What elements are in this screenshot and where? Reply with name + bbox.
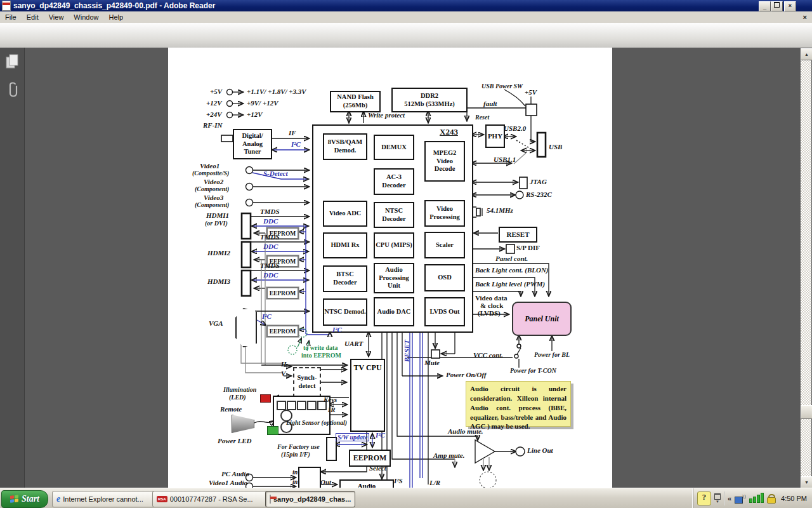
taskbar-clock[interactable]: 4:50 PM xyxy=(781,495,807,502)
audio-note: Audio circuit is under consideration. Xi… xyxy=(466,381,571,427)
label-ddc-1: DDC xyxy=(263,217,278,225)
block-eeprom-hdmi3: EEPROM xyxy=(266,287,299,299)
label-video1-audio: Video1 Audio xyxy=(209,479,247,486)
label-power-in-5v: +5V xyxy=(210,88,222,95)
block-panel-unit: Panel Unit xyxy=(512,302,572,336)
scroll-up-button[interactable]: ▲ xyxy=(801,48,812,60)
label-uart: UART xyxy=(344,340,363,347)
scrollbar-thumb[interactable] xyxy=(801,405,812,419)
menu-edit[interactable]: Edit xyxy=(22,13,44,21)
block-audio-select xyxy=(298,467,321,488)
label-video3-type: (Component) xyxy=(195,201,229,208)
rsa-icon: RSA xyxy=(157,496,167,502)
label-vga: VGA xyxy=(209,319,223,327)
label-pwm: Back Light level (PWM) xyxy=(475,280,545,288)
label-synch-1: Synch- xyxy=(298,374,317,382)
label-usb-5v: +5V xyxy=(525,88,537,96)
windows-flag-icon xyxy=(10,495,19,504)
menubar-close-icon[interactable]: × xyxy=(803,13,807,21)
label-if: IF xyxy=(289,129,296,137)
block-btsc-decoder: BTSC Decoder xyxy=(323,265,367,292)
signal-strength-icon[interactable] xyxy=(749,494,764,503)
label-usb20: USB2.0 xyxy=(504,124,526,132)
label-lvds-1: Video data xyxy=(475,294,508,302)
label-power-in-12v: +12V xyxy=(206,99,222,107)
label-nand-2: (256Mb) xyxy=(343,102,368,110)
taskbar-item-rsa[interactable]: RSA 000107747287 - RSA Se... xyxy=(152,491,269,507)
label-mute: Mute xyxy=(424,359,440,366)
lock-tray-icon[interactable] xyxy=(767,494,775,504)
scroll-up-icon: ▲ xyxy=(804,52,809,57)
block-tuner: Digital/ Analog Tuner xyxy=(233,129,272,159)
key-button-2 xyxy=(287,401,296,410)
label-ir: IR xyxy=(328,406,336,413)
restore-button[interactable] xyxy=(771,1,783,11)
start-button[interactable]: Start xyxy=(1,490,48,508)
vga-connector xyxy=(235,308,257,347)
network-tray-icon[interactable]: ) ) xyxy=(735,493,746,504)
label-illumination-1: Illumination xyxy=(223,386,256,393)
block-video-adc: Video ADC xyxy=(323,201,367,227)
minimize-button[interactable]: _ xyxy=(759,1,771,11)
label-chip-name: X243 xyxy=(440,127,458,137)
menu-help[interactable]: Help xyxy=(103,13,128,21)
block-cpu-mips: CPU (MIPS) xyxy=(374,232,414,258)
label-pc-audio: PC Audio xyxy=(221,470,249,478)
label-rf-in: RF-IN xyxy=(203,121,223,129)
help-tray-icon[interactable]: ? xyxy=(697,491,711,505)
label-i2c-bus: I²C xyxy=(332,326,342,333)
label-power-led: Power LED xyxy=(218,437,251,444)
taskbar-item-internet-explorer[interactable]: e Internet Explorer cannot... xyxy=(52,491,156,507)
label-write-note-1: to write data xyxy=(303,344,337,351)
menu-view[interactable]: View xyxy=(44,13,69,21)
tray-chevron-icon[interactable]: « xyxy=(728,495,731,502)
block-audio-dac: Audio DAC xyxy=(374,297,414,326)
block-hdmi-rx: HDMI Rx xyxy=(323,232,367,258)
label-blon: Back Light cont. (BLON) xyxy=(475,266,549,274)
key-button-3 xyxy=(297,401,306,410)
label-hdmi3: HDMI3 xyxy=(207,277,230,285)
key-button-4 xyxy=(307,401,317,410)
block-demux: DEMUX xyxy=(374,135,414,160)
scroll-down-icon: ▼ xyxy=(804,480,809,485)
label-hdmi1-alt: (or DVI) xyxy=(205,220,228,227)
taskbar-item-pdf-active[interactable]: sanyo_dp42849_chas... xyxy=(265,491,355,507)
start-button-label: Start xyxy=(22,494,39,504)
label-video2: Video2 xyxy=(204,178,223,185)
restore-tray-icon[interactable]: ▼ xyxy=(714,493,721,504)
block-video-processing: Video Processing xyxy=(424,200,465,227)
label-light-sensor: Light Sensor (optional) xyxy=(286,419,347,426)
vertical-scrollbar[interactable] xyxy=(801,48,811,487)
label-vcc-cont: VCC cont. xyxy=(473,351,503,359)
key-button-1 xyxy=(277,401,286,410)
label-reset-signal: Reset xyxy=(475,114,489,121)
titlebar: sanyo_dp42849_chassis_p42849-00.pdf - Ad… xyxy=(0,0,812,11)
navigation-sidebar xyxy=(0,48,25,488)
block-ntsc-decoder: NTSC Decoder xyxy=(374,202,414,228)
menu-file[interactable]: File xyxy=(0,13,22,21)
label-panel-cont: Panel cont. xyxy=(495,255,528,262)
block-ntsc-demod: NTSC Demod. xyxy=(323,298,367,326)
label-ddr-2: 512Mb (533MHz) xyxy=(404,100,455,109)
taskbar-item-label: Internet Explorer cannot... xyxy=(63,495,143,503)
scroll-down-button[interactable]: ▼ xyxy=(801,476,812,488)
block-synch-detect: Synch- detect xyxy=(293,367,321,398)
label-rs232c: RS-232C xyxy=(526,190,552,198)
label-video1: Video1 xyxy=(200,162,219,170)
close-button[interactable]: × xyxy=(784,1,796,11)
label-cpu-i2c: I²C xyxy=(376,431,385,439)
label-power-out-1: +1.1V/ +1.8V/ +3.3V xyxy=(247,88,306,95)
page-thumbnails-icon[interactable] xyxy=(6,54,20,73)
menu-window[interactable]: Window xyxy=(69,13,103,21)
p-pdf-icon xyxy=(270,495,271,504)
tray-divider xyxy=(724,491,724,505)
system-tray: ? ▼ « ) ) 4:50 PM xyxy=(693,488,812,508)
label-spdif: S/P DIF xyxy=(516,244,540,251)
label-usb-power-sw: USB Power SW xyxy=(481,83,523,90)
attachments-paperclip-icon[interactable] xyxy=(6,81,20,102)
label-amp-mute: Amp mute. xyxy=(433,451,465,459)
label-line-out: Line Out xyxy=(527,446,553,454)
label-lr: L/R xyxy=(429,479,440,486)
block-8vsb-qam: 8VSB/QAM Demod. xyxy=(323,133,367,160)
label-power-for-bl: Power for BL xyxy=(534,351,570,358)
